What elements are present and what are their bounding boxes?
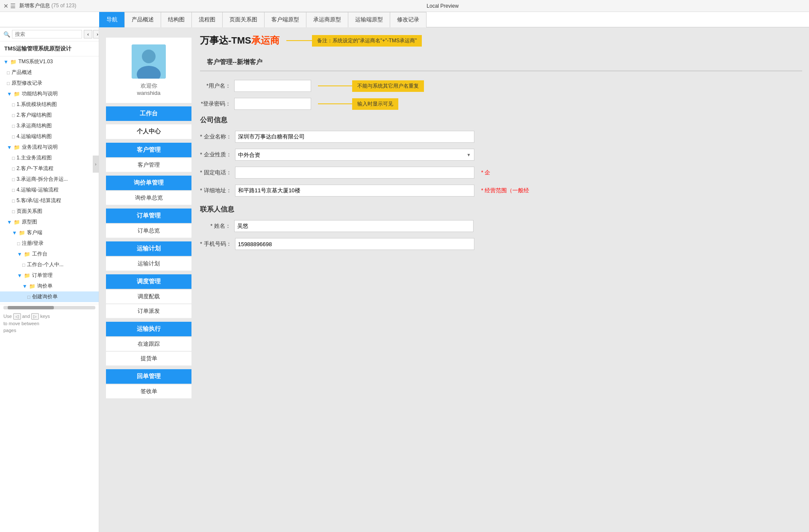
menu-section-execution: 运输执行 在途跟踪 提货单 [106, 322, 191, 366]
contact-phone-input[interactable] [235, 238, 474, 250]
menu-header-dispatch[interactable]: 调度管理 [106, 274, 191, 289]
company-name-input[interactable] [235, 131, 474, 143]
address-input[interactable] [235, 185, 474, 197]
sidebar-search-area: 🔍 ‹ › [0, 27, 99, 41]
menu-item-order-dispatch[interactable]: 订单派发 [106, 304, 191, 318]
avatar [132, 44, 166, 79]
username-annotation-area: 不能与系统其它用户名重复 [318, 80, 424, 92]
tab-nav[interactable]: 导航 [99, 12, 125, 27]
password-label: *登录密码： [200, 100, 234, 108]
horizontal-scrollbar[interactable] [3, 306, 95, 309]
page-inner: 欢迎你 wanshida 工作台 个人中心 客户管理 客户管理 询价单管理 询价 [106, 34, 802, 406]
username-label: *用户名： [200, 82, 234, 90]
tab-carrier[interactable]: 承运商原型 [306, 12, 348, 27]
tree-item-root[interactable]: ▼ 📁 TMS系统V1.03 [0, 56, 99, 67]
connector-line [286, 40, 312, 41]
tree-item-prototype[interactable]: ▼ 📁 原型图 [0, 217, 99, 227]
menu-header-order[interactable]: 订单管理 [106, 209, 191, 223]
tree-item-transport-flow[interactable]: □4.运输端-运输流程 [0, 185, 99, 195]
tab-changelog[interactable]: 修改记录 [390, 12, 427, 27]
tree-item-settle-flow[interactable]: □5.客/承/运-结算流程 [0, 195, 99, 206]
password-connector [318, 103, 352, 104]
menu-item-dispatch-config[interactable]: 调度配载 [106, 290, 191, 304]
tab-product[interactable]: 产品概述 [124, 12, 161, 27]
address-row: * 详细地址： * 经营范围（一般经 [200, 185, 802, 197]
tree-item-inquiry[interactable]: ▼ 📁 询价单 [0, 281, 99, 291]
page-form-area: 万事达-TMS 承运商 备注：系统设定的"承运商名"+"-TMS承运商" 客户管… [191, 34, 802, 406]
menu-section-transport-plan: 运输计划 运输计划 [106, 241, 191, 271]
sidebar-expand-arrow[interactable]: › [93, 156, 99, 173]
username-row: *用户名： 不能与系统其它用户名重复 [200, 80, 802, 92]
menu-item-pickup[interactable]: 提货单 [106, 352, 191, 366]
search-input[interactable] [12, 30, 82, 38]
company-name-label: * 企业名称： [200, 133, 235, 141]
username-input[interactable] [234, 80, 311, 92]
tree-item-biz-flow[interactable]: ▼ 📁 业务流程与说明 [0, 142, 99, 153]
menu-header-personal[interactable]: 个人中心 [106, 124, 191, 139]
section-title: 客户管理--新增客户 [200, 54, 802, 71]
brand-note: 备注：系统设定的"承运商名"+"-TMS承运商" [312, 35, 422, 47]
close-icon[interactable]: ✕ [3, 3, 9, 9]
menu-section-dispatch: 调度管理 调度配载 订单派发 [106, 274, 191, 318]
address-right-label: * 经营范围（一般经 [481, 187, 530, 194]
tree-item-sys-module[interactable]: □1.系统模块结构图 [0, 99, 99, 110]
menu-icon[interactable]: ☰ [10, 3, 16, 9]
brand-note-area: 备注：系统设定的"承运商名"+"-TMS承运商" [286, 35, 422, 47]
menu-item-order-overview[interactable]: 订单总览 [106, 224, 191, 238]
company-type-select[interactable]: 中外合资 国有企业 私营企业 外资企业 [235, 149, 474, 161]
brand-header: 万事达-TMS 承运商 备注：系统设定的"承运商名"+"-TMS承运商" [200, 34, 802, 47]
menu-item-transport-plan[interactable]: 运输计划 [106, 257, 191, 271]
tree-item-carrier-struct[interactable]: □3.承运商结构图 [0, 121, 99, 131]
tree-item-workbench[interactable]: ▼ 📁 工作台 [0, 249, 99, 259]
tree-item-func-structure[interactable]: ▼ 📁 功能结构与说明 [0, 88, 99, 99]
menu-section-workbench: 工作台 [106, 106, 191, 121]
sidebar: 🔍 ‹ › TMS运输管理系统原型设计 ▼ 📁 TMS系统V1.03 □产品概述… [0, 27, 99, 532]
menu-item-inquiry-overview[interactable]: 询价单总览 [106, 191, 191, 205]
contact-name-input[interactable] [234, 220, 474, 232]
company-name-row: * 企业名称： [200, 131, 802, 143]
nav-prev-button[interactable]: ‹ [84, 30, 92, 38]
tree-item-client-struct[interactable]: □2.客户端结构图 [0, 110, 99, 121]
nav-tabs: 导航 产品概述 结构图 流程图 页面关系图 客户端原型 承运商原型 运输端原型 … [0, 12, 809, 27]
nav-next-button[interactable]: › [93, 30, 99, 38]
right-key-badge: ▷ [31, 313, 39, 320]
tree-item-transport-struct[interactable]: □4.运输端结构图 [0, 131, 99, 142]
tree-item-workbench-personal[interactable]: □工作台-个人中... [0, 259, 99, 270]
tree-item-client-prototype[interactable]: ▼ 📁 客户端 [0, 227, 99, 238]
contact-phone-label: * 手机号码： [200, 240, 235, 248]
title-bar-icons: ✕ ☰ [3, 3, 16, 9]
menu-header-inquiry[interactable]: 询价单管理 [106, 176, 191, 190]
menu-header-transport-plan[interactable]: 运输计划 [106, 241, 191, 256]
menu-item-track[interactable]: 在途跟踪 [106, 337, 191, 351]
left-key-badge: ◁ [13, 313, 21, 320]
page-title: 新增客户信息 (75 of 123) [19, 2, 76, 9]
tree-item-client-order-flow[interactable]: □2.客户-下单流程 [0, 163, 99, 174]
contact-name-row: * 姓名： [200, 220, 802, 232]
tree-item-page-rel[interactable]: □页面关系图 [0, 206, 99, 217]
menu-header-customer[interactable]: 客户管理 [106, 143, 191, 157]
menu-header-workbench[interactable]: 工作台 [106, 106, 191, 121]
phone-input[interactable] [235, 167, 474, 179]
password-annotation-area: 输入时显示可见 [318, 98, 398, 110]
tab-transport[interactable]: 运输端原型 [348, 12, 390, 27]
tab-flow[interactable]: 流程图 [191, 12, 223, 27]
tab-client[interactable]: 客户端原型 [264, 12, 306, 27]
tab-structure[interactable]: 结构图 [161, 12, 192, 27]
password-input[interactable] [234, 98, 311, 110]
menu-header-return[interactable]: 回单管理 [106, 369, 191, 384]
tree-item-product-overview[interactable]: □产品概述 [0, 67, 99, 78]
menu-header-execution[interactable]: 运输执行 [106, 322, 191, 336]
user-avatar-area: 欢迎你 wanshida [106, 38, 191, 103]
tree-item-changelog[interactable]: □原型修改记录 [0, 78, 99, 88]
tree-item-order-mgmt[interactable]: ▼ 📁 订单管理 [0, 270, 99, 281]
tree-item-carrier-flow[interactable]: □3.承运商-拆分合并运... [0, 174, 99, 185]
tree-item-create-inquiry[interactable]: □创建询价单 [0, 291, 99, 302]
tree-item-main-flow[interactable]: □1.主业务流程图 [0, 153, 99, 163]
tab-pagerel[interactable]: 页面关系图 [222, 12, 265, 27]
sidebar-nav-arrows: ‹ › [84, 30, 99, 38]
tree-item-register[interactable]: □注册/登录 [0, 238, 99, 249]
menu-item-customer-mgmt[interactable]: 客户管理 [106, 158, 191, 172]
menu-item-receipt[interactable]: 签收单 [106, 385, 191, 399]
phone-right-label: * 企 [481, 169, 491, 176]
content-area: 欢迎你 wanshida 工作台 个人中心 客户管理 客户管理 询价单管理 询价 [99, 27, 809, 532]
